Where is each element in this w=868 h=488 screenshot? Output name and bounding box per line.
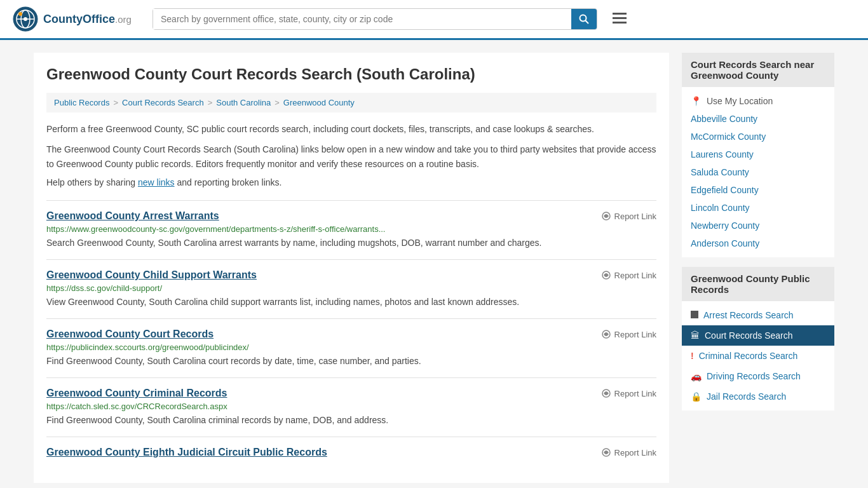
result-item: Greenwood County Arrest Warrants Report … <box>46 200 656 259</box>
report-link-2[interactable]: Report Link <box>601 329 656 339</box>
pr-item-4[interactable]: 🔒Jail Records Search <box>682 386 834 407</box>
pr-item-label-3: Driving Records Search <box>707 371 801 381</box>
result-header: Greenwood County Eighth Judicial Circuit… <box>46 447 656 458</box>
pr-item-label-4: Jail Records Search <box>707 391 786 402</box>
intro-text-2: The Greenwood County Court Records Searc… <box>46 142 656 171</box>
breadcrumb-greenwood-county[interactable]: Greenwood County <box>283 98 355 107</box>
sidebar-public-records-title: Greenwood County Public Records <box>682 267 834 301</box>
location-icon: 📍 <box>691 96 702 106</box>
sidebar-public-records-section: Greenwood County Public Records Arrest R… <box>682 267 834 410</box>
report-link-icon <box>601 447 611 458</box>
result-header: Greenwood County Arrest Warrants Report … <box>46 210 656 222</box>
result-item: Greenwood County Criminal Records Report… <box>46 377 656 437</box>
result-desc-2: Find Greenwood County, South Carolina co… <box>46 355 656 368</box>
pr-item-label-0: Arrest Records Search <box>703 310 794 320</box>
result-desc-3: Find Greenwood County, South Carolina cr… <box>46 414 656 427</box>
nearby-county-5[interactable]: Lincoln County <box>682 199 834 217</box>
pr-item-2[interactable]: !Criminal Records Search <box>682 346 834 366</box>
result-title-2[interactable]: Greenwood County Court Records <box>46 329 214 340</box>
svg-point-6 <box>580 15 587 22</box>
breadcrumb-public-records[interactable]: Public Records <box>54 98 109 107</box>
result-url-0[interactable]: https://www.greenwoodcounty-sc.gov/gover… <box>46 224 656 234</box>
search-input[interactable] <box>153 9 571 29</box>
result-header: Greenwood County Court Records Report Li… <box>46 329 656 340</box>
report-link-1[interactable]: Report Link <box>601 270 656 280</box>
breadcrumb-sep-2: > <box>208 98 213 107</box>
result-header: Greenwood County Child Support Warrants … <box>46 269 656 281</box>
report-link-4[interactable]: Report Link <box>601 447 656 458</box>
result-url-2[interactable]: https://publicindex.sccourts.org/greenwo… <box>46 342 656 352</box>
nearby-county-1[interactable]: McCormick County <box>682 128 834 146</box>
report-link-icon <box>601 388 611 398</box>
pr-item-0[interactable]: Arrest Records Search <box>682 305 834 325</box>
svg-point-20 <box>605 451 607 454</box>
svg-rect-10 <box>613 22 627 24</box>
pr-item-1[interactable]: 🏛Court Records Search <box>682 325 834 346</box>
result-item: Greenwood County Court Records Report Li… <box>46 318 656 377</box>
nearby-counties-list: Abbeville CountyMcCormick CountyLaurens … <box>682 110 834 252</box>
page-title: Greenwood County Court Records Search (S… <box>46 65 656 83</box>
report-link-0[interactable]: Report Link <box>601 211 656 221</box>
main-container: Greenwood County Court Records Search (S… <box>21 40 847 488</box>
pr-item-3[interactable]: 🚗Driving Records Search <box>682 366 834 386</box>
svg-point-12 <box>605 215 607 217</box>
result-desc-1: View Greenwood County, South Carolina ch… <box>46 295 656 309</box>
intro-text-1: Perform a free Greenwood County, SC publ… <box>46 122 656 136</box>
sidebar-nearby-title: Court Records Search near Greenwood Coun… <box>682 53 834 87</box>
svg-line-7 <box>586 21 589 24</box>
report-link-icon <box>601 329 611 339</box>
svg-point-5 <box>18 12 22 16</box>
nearby-county-3[interactable]: Saluda County <box>682 163 834 181</box>
result-desc-0: Search Greenwood County, South Carolina … <box>46 236 656 250</box>
nearby-county-4[interactable]: Edgefield County <box>682 181 834 199</box>
sidebar-nearby-section: Court Records Search near Greenwood Coun… <box>682 53 834 257</box>
new-links-link[interactable]: new links <box>138 177 175 187</box>
use-my-location[interactable]: 📍 Use My Location <box>682 92 834 110</box>
breadcrumb-sep-3: > <box>275 98 280 107</box>
hamburger-button[interactable] <box>610 10 629 29</box>
nearby-county-0[interactable]: Abbeville County <box>682 110 834 128</box>
share-line: Help others by sharing new links and rep… <box>46 177 656 187</box>
nearby-list: 📍 Use My Location Abbeville CountyMcCorm… <box>682 87 834 257</box>
sidebar: Court Records Search near Greenwood Coun… <box>682 53 834 483</box>
report-link-icon <box>601 211 611 221</box>
result-url-1[interactable]: https://dss.sc.gov/child-support/ <box>46 283 656 293</box>
breadcrumb-court-records[interactable]: Court Records Search <box>122 98 204 107</box>
car-icon: 🚗 <box>691 371 702 381</box>
results-container: Greenwood County Arrest Warrants Report … <box>46 200 656 470</box>
svg-point-14 <box>605 274 607 276</box>
svg-point-18 <box>605 392 607 395</box>
breadcrumb-south-carolina[interactable]: South Carolina <box>216 98 271 107</box>
exclaim-icon: ! <box>691 351 694 361</box>
result-title-3[interactable]: Greenwood County Criminal Records <box>46 388 227 399</box>
lock-icon: 🔒 <box>691 391 702 402</box>
result-title-1[interactable]: Greenwood County Child Support Warrants <box>46 269 257 281</box>
result-url-3[interactable]: https://catch.sled.sc.gov/CRCRecordSearc… <box>46 402 656 411</box>
search-bar <box>153 8 597 30</box>
report-link-icon <box>601 270 611 280</box>
content-area: Greenwood County Court Records Search (S… <box>34 53 669 483</box>
building-icon: 🏛 <box>691 330 700 341</box>
nearby-county-7[interactable]: Anderson County <box>682 234 834 252</box>
search-button[interactable] <box>571 9 597 29</box>
svg-rect-9 <box>613 17 627 19</box>
pr-item-label-2: Criminal Records Search <box>699 351 798 361</box>
pr-item-label-1: Court Records Search <box>705 330 793 341</box>
header: CountyOffice.org <box>0 0 868 40</box>
breadcrumb: Public Records > Court Records Search > … <box>46 93 656 112</box>
result-title-4[interactable]: Greenwood County Eighth Judicial Circuit… <box>46 447 327 458</box>
svg-point-16 <box>605 333 607 336</box>
nearby-county-2[interactable]: Laurens County <box>682 146 834 163</box>
result-title-0[interactable]: Greenwood County Arrest Warrants <box>46 210 219 222</box>
nearby-county-6[interactable]: Newberry County <box>682 217 834 234</box>
hamburger-icon <box>613 13 627 24</box>
logo-icon <box>13 6 38 32</box>
report-link-3[interactable]: Report Link <box>601 388 656 398</box>
breadcrumb-sep-1: > <box>113 98 118 107</box>
result-item: Greenwood County Child Support Warrants … <box>46 259 656 318</box>
square-icon <box>691 311 698 318</box>
logo-text: CountyOffice.org <box>43 13 132 26</box>
logo-area: CountyOffice.org <box>13 6 140 32</box>
svg-point-4 <box>24 17 27 21</box>
svg-rect-8 <box>613 13 627 15</box>
